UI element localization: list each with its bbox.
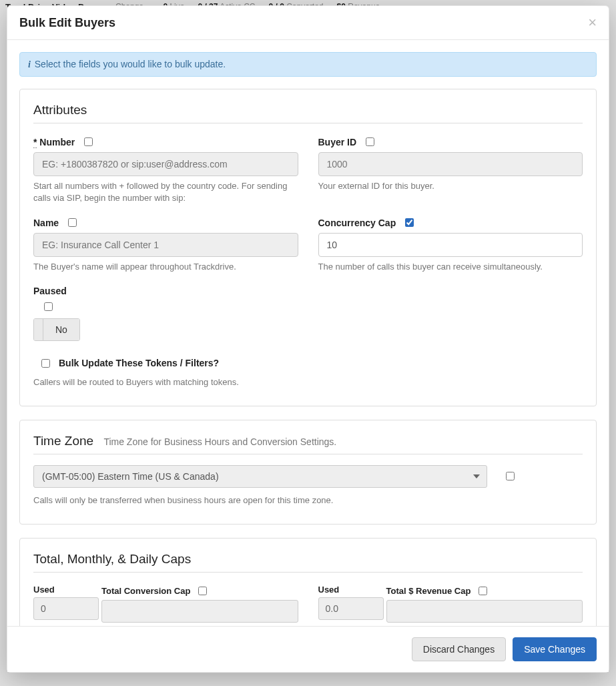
- number-help: Start all numbers with + followed by the…: [33, 180, 298, 204]
- conv-cap-label: Total Conversion Cap: [101, 586, 190, 596]
- name-label: Name: [33, 218, 59, 228]
- attributes-panel: Attributes * Number Start all numbers wi…: [19, 89, 597, 406]
- attributes-heading: Attributes: [33, 103, 583, 123]
- conv-cap-input[interactable]: [101, 600, 298, 623]
- discard-button[interactable]: Discard Changes: [412, 637, 506, 661]
- revenue-cap-group: Used Total $ Revenue Cap: [318, 585, 583, 623]
- paused-label: Paused: [33, 286, 67, 296]
- info-icon: i: [28, 59, 31, 69]
- paused-field-group: Paused No: [33, 286, 297, 342]
- paused-value: No: [43, 319, 79, 340]
- timezone-help: Calls will only be transferred when busi…: [33, 494, 583, 506]
- timezone-enable-checkbox[interactable]: [506, 472, 515, 480]
- rev-cap-label: Total $ Revenue Cap: [386, 586, 471, 596]
- info-text: Select the fields you would like to bulk…: [35, 59, 226, 69]
- modal-title: Bulk Edit Buyers: [19, 16, 115, 30]
- conversion-cap-group: Used Total Conversion Cap: [33, 585, 298, 623]
- concurrency-enable-checkbox[interactable]: [405, 218, 414, 227]
- timezone-heading: Time Zone Time Zone for Business Hours a…: [33, 434, 583, 454]
- info-banner: i Select the fields you would like to bu…: [19, 52, 597, 77]
- tokens-row: Bulk Update These Tokens / Filters?: [33, 357, 583, 370]
- buyer-id-input[interactable]: [318, 152, 583, 176]
- modal-footer: Discard Changes Save Changes: [7, 626, 609, 672]
- paused-enable-checkbox[interactable]: [44, 302, 53, 311]
- paused-toggle[interactable]: No: [33, 318, 80, 341]
- rev-cap-checkbox[interactable]: [479, 587, 487, 595]
- concurrency-field-group: Concurrency Cap The number of calls this…: [318, 216, 583, 273]
- number-field-group: * Number Start all numbers with + follow…: [33, 135, 298, 204]
- used-label-2: Used: [318, 585, 384, 595]
- name-help: The Buyer's name will appear throughout …: [33, 261, 298, 273]
- tokens-label: Bulk Update These Tokens / Filters?: [59, 358, 219, 368]
- conv-cap-checkbox[interactable]: [198, 587, 207, 595]
- modal-body: i Select the fields you would like to bu…: [7, 40, 609, 626]
- used-conv-input[interactable]: [33, 597, 99, 620]
- name-field-group: Name The Buyer's name will appear throug…: [33, 216, 298, 273]
- timezone-value: (GMT-05:00) Eastern Time (US & Canada): [42, 471, 219, 482]
- caps-panel: Total, Monthly, & Daily Caps Used Total …: [19, 538, 597, 626]
- number-enable-checkbox[interactable]: [84, 137, 93, 146]
- modal-header: Bulk Edit Buyers ×: [7, 6, 609, 40]
- toggle-handle: [34, 319, 43, 340]
- save-button[interactable]: Save Changes: [513, 637, 597, 661]
- concurrency-label: Concurrency Cap: [318, 218, 396, 228]
- number-input[interactable]: [33, 152, 298, 176]
- buyer-id-help: Your external ID for this buyer.: [318, 180, 583, 192]
- buyer-id-label: Buyer ID: [318, 137, 357, 147]
- timezone-panel: Time Zone Time Zone for Business Hours a…: [19, 420, 597, 525]
- timezone-subtitle: Time Zone for Business Hours and Convers…: [103, 436, 336, 447]
- concurrency-help: The number of calls this buyer can recei…: [318, 261, 583, 273]
- number-label: * Number: [33, 137, 75, 147]
- tokens-help: Callers will be routed to Buyers with ma…: [33, 376, 583, 388]
- concurrency-input[interactable]: [318, 233, 583, 257]
- tokens-checkbox[interactable]: [41, 359, 50, 368]
- close-icon[interactable]: ×: [588, 15, 597, 30]
- used-label-1: Used: [33, 585, 99, 595]
- timezone-select[interactable]: (GMT-05:00) Eastern Time (US & Canada): [33, 465, 487, 488]
- chevron-down-icon: [473, 474, 480, 478]
- name-input[interactable]: [33, 233, 298, 257]
- bulk-edit-modal: Bulk Edit Buyers × i Select the fields y…: [7, 5, 609, 673]
- name-enable-checkbox[interactable]: [68, 218, 77, 227]
- used-rev-input[interactable]: [318, 597, 384, 620]
- buyer-id-field-group: Buyer ID Your external ID for this buyer…: [318, 135, 583, 204]
- caps-heading: Total, Monthly, & Daily Caps: [33, 552, 583, 573]
- rev-cap-input[interactable]: [386, 600, 583, 623]
- buyer-id-enable-checkbox[interactable]: [366, 137, 374, 146]
